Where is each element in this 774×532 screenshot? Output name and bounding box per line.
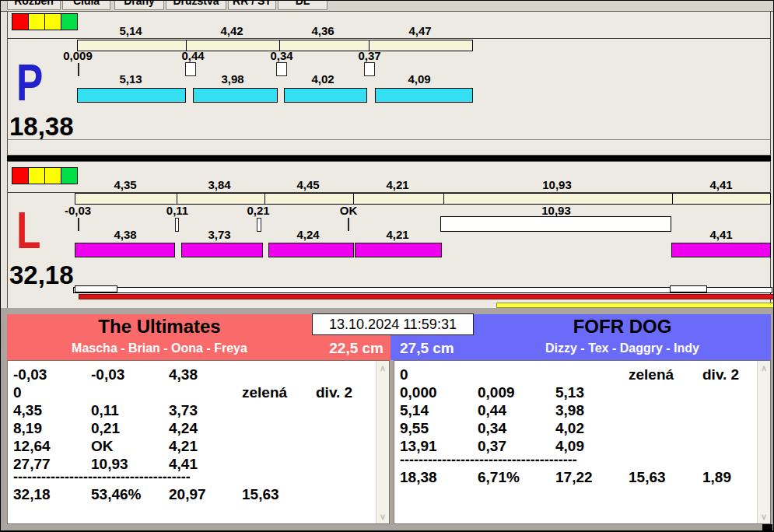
tab-druzstva[interactable]: Družstva (166, 1, 226, 10)
scroll-down-icon[interactable]: ∨ (758, 510, 770, 523)
cell: 0,009 (478, 384, 515, 401)
dog-time-label: 3,73 (208, 229, 230, 240)
cell: div. 2 (702, 366, 739, 383)
cell: 0,44 (478, 402, 506, 418)
lane-divider-bar (7, 156, 771, 161)
team-right-name: FOFR DOG (474, 317, 771, 337)
crossing-time-label: 0,11 (166, 205, 188, 216)
datetime-display: 13.10.2024 11:59:31 (312, 313, 474, 335)
sensor-tick-marker (78, 63, 79, 76)
cell: 12,64 (13, 438, 51, 454)
lane-p-total-time: 18,38 (9, 114, 74, 139)
cell: zelená (629, 366, 674, 383)
scroll-down-icon[interactable]: ∨ (376, 510, 389, 523)
team-left-dogs: Mascha - Brian - Oona - Freya (7, 341, 312, 356)
cell: -0,03 (13, 366, 47, 383)
status-light-yellow (28, 167, 45, 184)
split-time-label: 3,84 (208, 179, 230, 191)
flyball-timing-window: Rozběh Čidla Dráhy Družstva RR / ST DL 5… (0, 0, 774, 532)
scrollbar[interactable]: ∧ ∨ (376, 361, 389, 523)
team-left-name: The Ultimates (7, 317, 312, 337)
crossing-time-label: OK (340, 205, 358, 216)
sensor-box-marker (185, 62, 196, 76)
dog-time-bar (75, 243, 175, 257)
crossing-time-label: 10,93 (541, 205, 571, 216)
cell: 3,73 (169, 402, 198, 418)
team-right-jump-height: 27,5 cm (400, 340, 503, 357)
cell: 0,000 (400, 384, 437, 401)
cell: 5,13 (555, 384, 584, 401)
status-light-yellow (44, 13, 61, 30)
dog-time-label: 4,41 (709, 229, 732, 240)
dog-time-label: 4,02 (311, 73, 334, 85)
tab-dl[interactable]: DL (278, 1, 327, 10)
split-time-label: 4,45 (296, 179, 319, 191)
team-left-jump-height: 22,5 cm (281, 340, 383, 357)
dog-time-bar (193, 88, 278, 103)
team-right-dogs: Dizzy - Tex - Daggry - Indy (474, 341, 771, 356)
cell: 0,11 (91, 402, 119, 418)
tab-bar: Rozběh Čidla Dráhy Družstva RR / ST DL (1, 1, 774, 12)
dog-time-label: 3,98 (221, 73, 243, 85)
cell: OK (91, 438, 114, 454)
dog-time-label: 4,09 (408, 73, 430, 85)
split-time-label: 4,21 (386, 179, 408, 191)
cell: 15,63 (242, 486, 279, 502)
dog-time-bar (671, 243, 771, 257)
divider-line (8, 38, 770, 39)
table-summary-row: 32,1853,46%20,9715,63 (13, 486, 375, 503)
crossing-time-label: -0,03 (65, 205, 91, 216)
scroll-up-icon[interactable]: ∧ (758, 362, 770, 374)
window-bottom-edge (1, 525, 774, 530)
cell: 15,63 (629, 469, 666, 485)
split-time-label: 4,35 (114, 179, 136, 191)
cell: 4,24 (169, 420, 198, 436)
progress-bar-yellow (496, 303, 774, 308)
table-row: 12,64OK4,21 (13, 438, 375, 455)
table-summary-row: 18,386,71%17,2215,631,89 (400, 469, 762, 486)
split-time-label: 4,36 (311, 25, 334, 37)
cell: 6,71% (478, 469, 520, 485)
table-separator: -------------------------------------- (13, 471, 191, 482)
divider-line (8, 139, 770, 140)
cell: zelená (242, 384, 287, 401)
crossing-time-label: 0,34 (270, 50, 292, 61)
sensor-box-marker (257, 218, 261, 232)
tab-drahy[interactable]: Dráhy (114, 1, 164, 10)
cell: 8,19 (13, 420, 42, 436)
table-separator: -------------------------------------- (400, 454, 577, 465)
dog-time-bar (375, 88, 473, 103)
scroll-up-icon[interactable]: ∧ (376, 362, 389, 374)
table-row: 8,190,214,24 (13, 420, 375, 437)
table-row: 5,140,443,98 (400, 402, 762, 419)
tab-rozbeh[interactable]: Rozběh (7, 1, 61, 10)
status-light-red (12, 167, 29, 184)
cell: 0,34 (478, 420, 506, 436)
cell: 4,35 (13, 402, 42, 418)
split-time-label: 4,41 (709, 179, 732, 191)
cell: -0,03 (91, 366, 124, 383)
table-row: 0zelenádiv. 2 (400, 366, 762, 383)
cell: 0 (13, 384, 22, 401)
scrollbar[interactable]: ∧ ∨ (757, 361, 770, 523)
cell: div. 2 (316, 384, 352, 401)
dog-time-label: 4,38 (114, 229, 136, 240)
sensor-box-marker (276, 62, 287, 76)
tab-rr-st[interactable]: RR / ST (228, 1, 276, 10)
table-row: -0,03-0,034,38 (13, 366, 375, 383)
status-light-green (61, 13, 78, 30)
dog-time-bar (77, 88, 186, 103)
tab-cidla[interactable]: Čidla (62, 1, 110, 10)
lane-l-letter: L (16, 205, 40, 256)
long-split-bar (440, 216, 671, 232)
status-light-yellow (28, 13, 45, 30)
table-row: 0,0000,0095,13 (400, 384, 762, 401)
dog-time-bar (268, 243, 354, 257)
cell: 9,55 (400, 420, 429, 436)
cell: 20,97 (169, 486, 206, 502)
cell: 4,21 (169, 438, 198, 454)
resize-grip[interactable] (762, 524, 772, 531)
cell: 3,98 (555, 402, 584, 418)
status-light-red (12, 13, 29, 30)
cell: 32,18 (13, 486, 51, 502)
